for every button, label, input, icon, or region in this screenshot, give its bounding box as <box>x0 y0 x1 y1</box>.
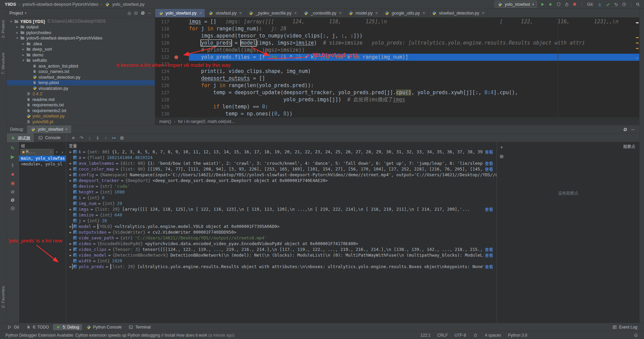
variable-row[interactable]: ▶video_clips={Tensor: 3}tensor([[[124., … <box>66 246 497 252</box>
breadcrumb-item[interactable]: Y8DS <box>5 2 16 7</box>
tree-item[interactable]: yolov5l6.pt <box>7 119 155 125</box>
breadcrumb-item[interactable]: yolo_slowfast.py <box>112 2 144 7</box>
code-line[interactable]: 117imgs = [] imgs: [array([[[ 124, 118, … <box>155 18 639 25</box>
variable-row[interactable]: ▶yolo_preds={list: 29}[ultralytics.yolo.… <box>66 264 497 269</box>
close-tab-icon[interactable]: × <box>482 10 485 16</box>
editor-tab[interactable]: slowfast_detection.py× <box>428 9 488 17</box>
close-tab-icon[interactable]: × <box>199 10 202 16</box>
view-link[interactable]: 查看 <box>483 149 497 155</box>
chevron-right-icon[interactable]: ▸ <box>21 53 26 57</box>
view-link[interactable]: 查看 <box>483 206 497 212</box>
variable-row[interactable]: ▶imgs={list: 29}[array([[[ 124, 118, 125… <box>66 206 497 212</box>
view-link[interactable]: 查看 <box>483 264 497 269</box>
settings-icon[interactable] <box>10 198 16 202</box>
expand-arrow-icon[interactable]: ▶ <box>68 150 73 154</box>
variable-row[interactable]: ▶video_model={DetectionBBoxNetwork}Detec… <box>66 252 497 258</box>
tree-item[interactable]: requirements.txt <box>7 102 155 108</box>
variable-row[interactable]: i={int}0 <box>66 195 497 201</box>
local-history-button[interactable] <box>621 2 627 7</box>
variable-row[interactable]: ▶outputvideo={VideoWriter}< cv2.VideoWri… <box>66 229 497 235</box>
editor-breadcrumb-item[interactable]: for i in range(0, math.ceil(vid... <box>178 119 235 124</box>
variable-row[interactable]: ▶config={Namespace}Namespace(input='C://… <box>66 172 497 178</box>
collapse-all-icon[interactable]: ⊟ <box>133 10 139 16</box>
tree-item[interactable]: coco_names.txt <box>7 69 155 75</box>
tree-item[interactable]: ava_action_list.pbtxt <box>7 63 155 69</box>
editor-tab[interactable]: _contextlib.py× <box>300 9 345 17</box>
code-line[interactable]: 123 <box>155 61 639 68</box>
tool-window-event-log[interactable]: Event Log <box>609 324 640 330</box>
frame-up-icon[interactable]: ↑ <box>55 150 59 154</box>
tool-window-button[interactable]: 5: Debug <box>53 324 82 330</box>
lock-icon[interactable] <box>473 333 478 338</box>
thread-selector[interactable]: M... ▾ <box>20 149 54 155</box>
expand-arrow-icon[interactable]: ▶ <box>68 265 73 268</box>
expand-arrow-icon[interactable]: ▶ <box>68 225 73 228</box>
variable-row[interactable]: width={int}1920 <box>66 258 497 264</box>
run-to-cursor-icon[interactable]: ↦ <box>110 135 117 141</box>
coverage-button[interactable] <box>556 2 561 7</box>
variable-row[interactable]: height={int}1080 <box>66 189 497 195</box>
run-config-selector[interactable]: yolo_slowfast▾ <box>495 1 537 8</box>
close-tab-icon[interactable]: × <box>375 10 378 16</box>
tool-strip-button[interactable]: 2: Favorites <box>1 286 5 308</box>
mute-breakpoints-icon[interactable]: ⊘ <box>10 189 16 195</box>
expand-arrow-icon[interactable]: ▶ <box>68 248 73 251</box>
view-link[interactable]: 查看 <box>483 246 497 252</box>
code-line[interactable]: 126 for j in range(len(yolo_preds.pred))… <box>155 82 639 89</box>
editor-tab[interactable]: google_utils.py× <box>381 9 428 17</box>
close-icon[interactable]: × <box>65 127 67 132</box>
view-as-table-icon[interactable]: ⊞ <box>118 135 125 141</box>
code-line[interactable]: 128 yolo_preds.imgs[j]) # 此处将ims换成了imgs <box>155 96 639 103</box>
code-line[interactable]: 127 temp = deepsort_update(deepsort_trac… <box>155 89 639 96</box>
debug-session-tab[interactable]: yolo_slowfast × <box>27 125 71 133</box>
chevron-right-icon[interactable]: ▸ <box>21 47 26 51</box>
tree-item[interactable]: temp.pbtxt <box>7 80 155 86</box>
profiler-button[interactable] <box>564 2 569 7</box>
tool-window-button[interactable]: Python Console <box>83 324 124 330</box>
stop-button[interactable] <box>572 2 578 7</box>
variable-row[interactable]: j={int}28 <box>66 218 497 224</box>
close-tab-icon[interactable]: × <box>239 10 242 16</box>
variable-row[interactable]: a={float}1682141404.4819324 <box>66 155 497 160</box>
stop-icon[interactable]: ■ <box>10 171 16 177</box>
status-encoding-widget[interactable]: UTF-8 <box>455 333 466 338</box>
view-link[interactable]: 查看 <box>483 166 497 172</box>
tree-item[interactable]: ▾Y8DS [YDS]C:\Users\14621\Desktop\Y8DS <box>7 19 155 24</box>
variable-row[interactable]: ▶coco_color_map={list: 80}[[195, 74, 77]… <box>66 166 497 172</box>
variable-row[interactable]: vide_save_path={str}'C://Users/14621//De… <box>66 235 497 241</box>
breadcrumb-item[interactable]: yolov5-slowfast-deepsort-PytorchVideo <box>22 2 98 7</box>
tree-item[interactable]: readme.md <box>7 97 155 102</box>
tree-item[interactable]: ▸deep_sort <box>7 47 155 52</box>
editor-tab[interactable]: _pydev_execfile.py× <box>245 9 300 17</box>
code-line[interactable]: 130 temp = np.ones((0, 8)) <box>155 110 639 118</box>
tree-item[interactable]: ▸pytorchvideo <box>7 30 155 35</box>
restore-layout-icon[interactable]: ≡ <box>69 135 77 141</box>
pin-icon[interactable]: ◎ <box>10 205 16 211</box>
expand-arrow-icon[interactable]: ▶ <box>68 242 73 245</box>
editor-tab[interactable]: yolo_slowfast.py× <box>155 9 205 17</box>
tree-item[interactable]: visualization.py <box>7 85 155 91</box>
tree-item[interactable]: ▾yolov5-slowfast-deepsort-PytorchVideo <box>7 35 155 41</box>
chevron-down-icon[interactable]: ▾ <box>15 36 20 40</box>
breakpoint-icon[interactable] <box>174 55 178 59</box>
code-line[interactable]: 120 yolo_preds = model(imgs, imgsz=imsiz… <box>155 40 639 47</box>
locate-file-icon[interactable]: ◎ <box>127 10 132 16</box>
step-over-icon[interactable]: ↷ <box>78 135 85 141</box>
debug-button[interactable] <box>548 2 553 7</box>
stack-frame[interactable]: main, yolo_slowfas <box>19 156 66 161</box>
variable-row[interactable]: ▶k={set: 80}{1, 2, 3, 4, 5, 6, 7, 8, 9, … <box>66 149 497 155</box>
settings-icon[interactable] <box>622 127 628 132</box>
close-tab-icon[interactable]: × <box>294 10 297 16</box>
view-link[interactable]: 查看 <box>483 160 497 166</box>
code-line[interactable]: 124 print(i, video_clips.shape, img_num) <box>155 68 639 75</box>
rerun-icon[interactable]: ↻ <box>10 145 16 151</box>
variable-row[interactable]: imsize={int}640 <box>66 212 497 218</box>
variable-row[interactable]: ▶video={EncodedVideoPyAV}<pytorchvideo.d… <box>66 241 497 246</box>
variable-row[interactable]: ▶model={YOLO}<ultralytics.yolo.engine.mo… <box>66 224 497 229</box>
tool-strip-button[interactable]: 1: Project <box>1 20 5 38</box>
hide-panel-icon[interactable]: ─ <box>630 126 636 132</box>
expand-arrow-icon[interactable]: ▶ <box>68 162 73 165</box>
tool-window-button[interactable]: Git <box>4 324 22 330</box>
status-caret-position-widget[interactable]: 122:1 <box>420 333 430 338</box>
stack-frame[interactable]: <module>, yolo_sl <box>19 161 66 167</box>
